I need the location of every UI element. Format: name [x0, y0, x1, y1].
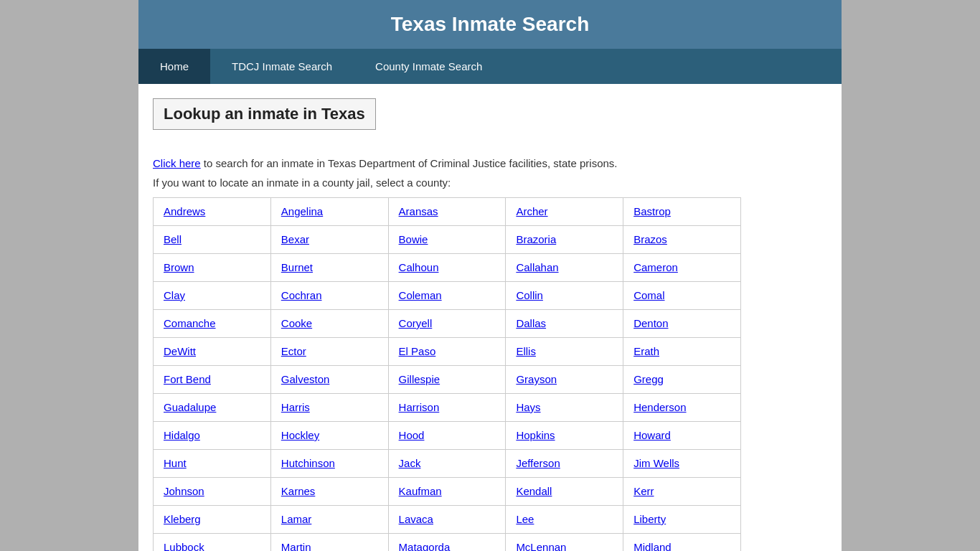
county-link[interactable]: Callahan: [516, 261, 558, 273]
county-cell: Hays: [506, 394, 623, 422]
county-link[interactable]: Erath: [633, 345, 659, 357]
county-cell: Guadalupe: [154, 394, 271, 422]
county-link[interactable]: Collin: [516, 289, 543, 301]
county-cell: Ellis: [506, 338, 623, 366]
county-link[interactable]: Lavaca: [399, 513, 433, 525]
county-link[interactable]: Lamar: [281, 513, 312, 525]
county-link[interactable]: Gregg: [633, 373, 664, 385]
county-link[interactable]: Andrews: [164, 205, 205, 217]
county-link[interactable]: Aransas: [399, 205, 438, 217]
county-link[interactable]: Denton: [633, 317, 668, 329]
county-link[interactable]: El Paso: [399, 345, 436, 357]
county-link[interactable]: Clay: [164, 289, 185, 301]
county-table: AndrewsAngelinaAransasArcherBastropBellB…: [153, 197, 741, 551]
nav-item-county[interactable]: County Inmate Search: [354, 49, 504, 84]
county-cell: Coleman: [388, 282, 506, 310]
county-link[interactable]: Midland: [633, 541, 672, 551]
county-link[interactable]: Jack: [399, 457, 421, 469]
county-cell: Henderson: [623, 394, 741, 422]
county-link[interactable]: Archer: [516, 205, 547, 217]
county-tbody: AndrewsAngelinaAransasArcherBastropBellB…: [154, 198, 741, 552]
county-link[interactable]: Comanche: [164, 317, 216, 329]
tdcj-link[interactable]: Click here: [153, 157, 201, 169]
county-link[interactable]: Martin: [281, 541, 311, 551]
county-link[interactable]: Grayson: [516, 373, 557, 385]
site-header: Texas Inmate Search: [138, 0, 842, 49]
county-link[interactable]: Coryell: [399, 317, 433, 329]
county-link[interactable]: Galveston: [281, 373, 330, 385]
county-link[interactable]: Bastrop: [633, 205, 671, 217]
county-cell: Angelina: [270, 198, 388, 226]
county-cell: Lee: [506, 506, 623, 534]
county-cell: Bell: [154, 226, 271, 254]
county-link[interactable]: Karnes: [281, 485, 316, 497]
county-link[interactable]: Burnet: [281, 261, 313, 273]
county-cell: Lavaca: [388, 506, 506, 534]
county-link[interactable]: Coleman: [399, 289, 442, 301]
county-cell: Burnet: [270, 254, 388, 282]
table-row: ClayCochranColemanCollinComal: [154, 282, 741, 310]
county-link[interactable]: Kerr: [633, 485, 654, 497]
county-link[interactable]: Harrison: [399, 401, 440, 413]
county-link[interactable]: Brown: [164, 261, 194, 273]
county-cell: Liberty: [623, 506, 741, 534]
county-cell: Hutchinson: [270, 450, 388, 478]
county-intro: If you want to locate an inmate in a cou…: [153, 176, 827, 189]
county-link[interactable]: Ellis: [516, 345, 536, 357]
county-link[interactable]: Guadalupe: [164, 401, 216, 413]
county-link[interactable]: Hopkins: [516, 429, 555, 441]
county-link[interactable]: Liberty: [633, 513, 666, 525]
county-link[interactable]: Ector: [281, 345, 306, 357]
county-link[interactable]: DeWitt: [164, 345, 196, 357]
nav-item-home[interactable]: Home: [138, 49, 210, 84]
county-cell: Matagorda: [388, 534, 506, 552]
county-link[interactable]: Johnson: [164, 485, 204, 497]
county-link[interactable]: Hidalgo: [164, 429, 200, 441]
county-link[interactable]: Angelina: [281, 205, 323, 217]
county-link[interactable]: Bowie: [399, 233, 428, 245]
county-link[interactable]: Howard: [633, 429, 671, 441]
county-cell: Hockley: [270, 422, 388, 450]
county-link[interactable]: Hutchinson: [281, 457, 335, 469]
county-link[interactable]: Brazoria: [516, 233, 556, 245]
county-cell: Martin: [270, 534, 388, 552]
county-link[interactable]: Harris: [281, 401, 310, 413]
county-link[interactable]: Cameron: [633, 261, 678, 273]
county-link[interactable]: Cooke: [281, 317, 312, 329]
county-link[interactable]: Gillespie: [399, 373, 440, 385]
county-cell: Lamar: [270, 506, 388, 534]
county-cell: Grayson: [506, 366, 623, 394]
county-link[interactable]: Brazos: [633, 233, 667, 245]
county-cell: Denton: [623, 310, 741, 338]
county-link[interactable]: Jefferson: [516, 457, 560, 469]
nav-item-tdcj[interactable]: TDCJ Inmate Search: [210, 49, 354, 84]
county-link[interactable]: Comal: [633, 289, 664, 301]
county-link[interactable]: Jim Wells: [633, 457, 679, 469]
county-cell: Karnes: [270, 478, 388, 506]
county-cell: Kleberg: [154, 506, 271, 534]
county-link[interactable]: Hunt: [164, 457, 187, 469]
county-link[interactable]: Kaufman: [399, 485, 442, 497]
county-link[interactable]: Cochran: [281, 289, 322, 301]
county-link[interactable]: Hockley: [281, 429, 319, 441]
main-content: Lookup an inmate in Texas Click here to …: [138, 84, 842, 551]
county-link[interactable]: Lee: [516, 513, 534, 525]
county-link[interactable]: Lubbock: [164, 541, 204, 551]
county-link[interactable]: Kleberg: [164, 513, 201, 525]
county-link[interactable]: Henderson: [633, 401, 686, 413]
county-cell: Jack: [388, 450, 506, 478]
county-link[interactable]: Kendall: [516, 485, 552, 497]
county-cell: Harrison: [388, 394, 506, 422]
county-link[interactable]: Calhoun: [399, 261, 439, 273]
county-link[interactable]: Fort Bend: [164, 373, 211, 385]
county-link[interactable]: Bexar: [281, 233, 309, 245]
county-link[interactable]: Matagorda: [399, 541, 451, 551]
county-link[interactable]: Bell: [164, 233, 182, 245]
county-link[interactable]: Hood: [399, 429, 425, 441]
county-link[interactable]: McLennan: [516, 541, 566, 551]
county-link[interactable]: Hays: [516, 401, 540, 413]
county-link[interactable]: Dallas: [516, 317, 546, 329]
county-cell: Archer: [506, 198, 623, 226]
page-heading-box: Lookup an inmate in Texas: [153, 98, 376, 130]
page-heading: Lookup an inmate in Texas: [164, 105, 365, 123]
